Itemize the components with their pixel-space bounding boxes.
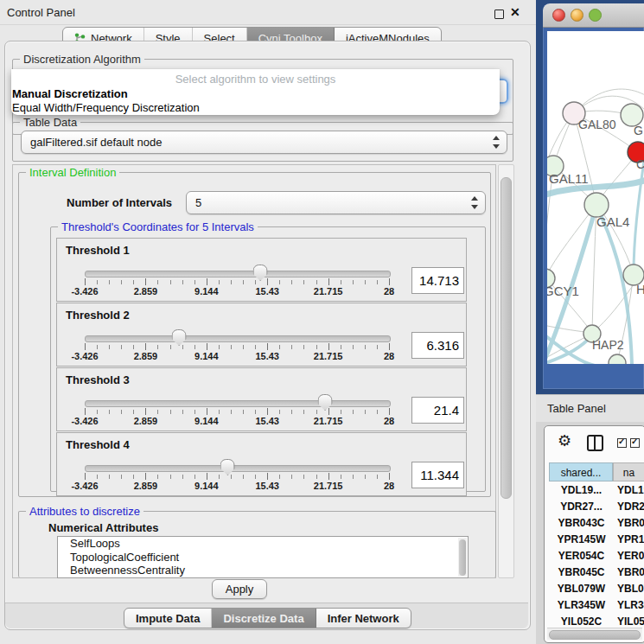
node-label-gal80: GAL80 [578, 118, 616, 131]
table-row[interactable]: YBL079W YBL079W [545, 583, 644, 599]
checkbox-icon[interactable] [617, 438, 627, 448]
table-data-combobox[interactable]: galFiltered.sif default node [21, 131, 507, 154]
network-graph [547, 31, 644, 364]
dropdown-prompt[interactable]: Select algorithm to view settings [11, 73, 500, 86]
panel-scrollbar-thumb[interactable] [501, 177, 512, 499]
scale-label: 28 [384, 351, 394, 361]
close-traffic-light[interactable] [552, 9, 565, 22]
thresholds-group: Threshold's Coordinates for 5 Intervals … [50, 226, 486, 492]
column-header-name[interactable]: na [613, 462, 644, 481]
panel-scrollbar[interactable] [498, 164, 514, 578]
cell-shared-name: YER054C [550, 550, 613, 562]
network-view-window[interactable]: GAL80 G C GAL11 GAL4 GCY1 H HAP2 [543, 3, 644, 389]
node-label-clipped: G [634, 124, 643, 137]
apply-button[interactable]: Apply [212, 579, 267, 599]
minimize-traffic-light[interactable] [571, 9, 583, 22]
network-canvas[interactable]: GAL80 G C GAL11 GAL4 GCY1 H HAP2 [547, 31, 644, 364]
threshold-value-field[interactable]: 6.316 [411, 332, 464, 359]
close-icon[interactable]: ✕ [510, 5, 520, 19]
scale-label: 2.859 [134, 416, 158, 426]
slider-major-ticks [85, 343, 390, 350]
scale-label: 15.43 [255, 286, 279, 296]
dropdown-option-manual[interactable]: Manual Discretization [12, 87, 128, 100]
table-horizontal-scrollbar[interactable] [547, 628, 642, 640]
column-layout-icon[interactable] [587, 435, 603, 451]
cell-name: YBL079W [617, 583, 644, 595]
cell-shared-name: YPR145W [550, 533, 613, 545]
scale-label: -3.426 [71, 481, 98, 491]
tab-discretize-data-label: Discretize Data [223, 612, 303, 625]
dropdown-option-equal-width[interactable]: Equal Width/Frequency Discretization [12, 101, 200, 114]
table-row[interactable]: YBR043C YBR043C [545, 517, 644, 533]
scale-label: 9.144 [194, 286, 219, 296]
scale-label: 15.43 [255, 416, 279, 426]
scale-label: -3.426 [71, 416, 98, 426]
settings-scroll-viewport: Interval Definition Number of Intervals … [12, 164, 496, 578]
slider-major-ticks [85, 408, 390, 415]
cell-shared-name: YDR27... [550, 501, 613, 513]
zoom-traffic-light[interactable] [589, 9, 602, 22]
table-row[interactable]: YBR045C YBR045C [545, 566, 644, 583]
node-label-clipped: C [636, 157, 644, 171]
threshold-label: Threshold 1 [66, 244, 130, 257]
threshold-value-field[interactable]: 11.344 [411, 462, 464, 488]
combo-arrows-icon [470, 195, 479, 210]
slider-track[interactable] [85, 271, 391, 277]
threshold-2-panel: Threshold 2 -3.426 2.859 9.144 15.43 21.… [56, 303, 467, 367]
list-scrollbar-thumb[interactable] [459, 539, 466, 576]
slider-major-ticks [85, 473, 390, 480]
gear-icon[interactable]: ⚙ [558, 431, 571, 450]
cell-shared-name: YBR045C [550, 566, 613, 578]
tab-impute-data-label: Impute Data [136, 612, 200, 625]
tab-infer-network-label: Infer Network [328, 612, 399, 625]
threshold-label: Threshold 2 [66, 309, 130, 322]
number-of-intervals-value: 5 [195, 196, 201, 209]
panel-title: Control Panel [7, 6, 75, 19]
table-panel-title: Table Panel [547, 402, 606, 415]
table-row[interactable]: YLR345W YLR345W [545, 599, 644, 615]
interval-definition-label: Interval Definition [26, 166, 119, 179]
table-row[interactable]: YER054C YER054C [545, 550, 644, 566]
scale-label: 21.715 [314, 416, 343, 426]
list-item[interactable]: SelfLoops [58, 537, 468, 551]
threshold-value-field[interactable]: 21.4 [411, 397, 464, 424]
slider-track[interactable] [85, 335, 391, 342]
thresholds-group-label: Threshold's Coordinates for 5 Intervals [58, 220, 258, 233]
node-label-clipped: H [636, 282, 644, 296]
threshold-value-field[interactable]: 14.713 [411, 267, 464, 294]
tab-infer-network[interactable]: Infer Network [316, 609, 411, 628]
threshold-label: Threshold 3 [66, 373, 130, 386]
table-horizontal-scrollbar-thumb[interactable] [549, 630, 641, 640]
table-row[interactable]: YDL19... YDL19... [545, 484, 644, 501]
slider-track[interactable] [85, 400, 391, 407]
slider-scale: -3.426 2.859 9.144 15.43 21.715 28 [85, 481, 389, 491]
column-header-shared-name[interactable]: shared... [549, 462, 613, 481]
slider-track[interactable] [85, 465, 391, 472]
table-row[interactable]: YPR145W YPR145W [545, 533, 644, 550]
list-item[interactable]: BetweennessCentrality [58, 564, 468, 577]
table-data-group: Table Data galFiltered.sif default node [12, 122, 513, 162]
combo-arrows-icon [492, 135, 501, 150]
network-window-titlebar[interactable] [543, 3, 644, 28]
cell-shared-name: YBR043C [550, 517, 613, 529]
float-window-icon[interactable] [494, 10, 504, 19]
slider-scale: -3.426 2.859 9.144 15.43 21.715 28 [85, 351, 389, 361]
interval-definition-group: Interval Definition Number of Intervals … [18, 172, 491, 497]
tab-impute-data[interactable]: Impute Data [124, 609, 212, 628]
cell-name: YBR043C [617, 517, 644, 529]
tab-discretize-data[interactable]: Discretize Data [212, 609, 316, 628]
cell-shared-name: YIL052C [550, 615, 613, 628]
threshold-1-panel: Threshold 1 -3.426 2.859 9.144 15.43 21.… [56, 238, 467, 302]
list-scrollbar[interactable] [458, 538, 467, 577]
scale-label: -3.426 [71, 351, 98, 361]
scale-label: 21.715 [314, 351, 343, 361]
list-item[interactable]: TopologicalCoefficient [58, 551, 468, 564]
number-of-intervals-combobox[interactable]: 5 [186, 191, 486, 214]
scale-label: 15.43 [255, 351, 279, 361]
scale-label: 9.144 [194, 351, 219, 361]
checkbox-icon[interactable] [630, 438, 640, 448]
numerical-attributes-list[interactable]: SelfLoops TopologicalCoefficient Between… [57, 536, 469, 578]
table-row[interactable]: YDR27... YDR27... [545, 501, 644, 517]
scale-label: 15.43 [255, 481, 279, 491]
numerical-attributes-label: Numerical Attributes [48, 521, 158, 534]
